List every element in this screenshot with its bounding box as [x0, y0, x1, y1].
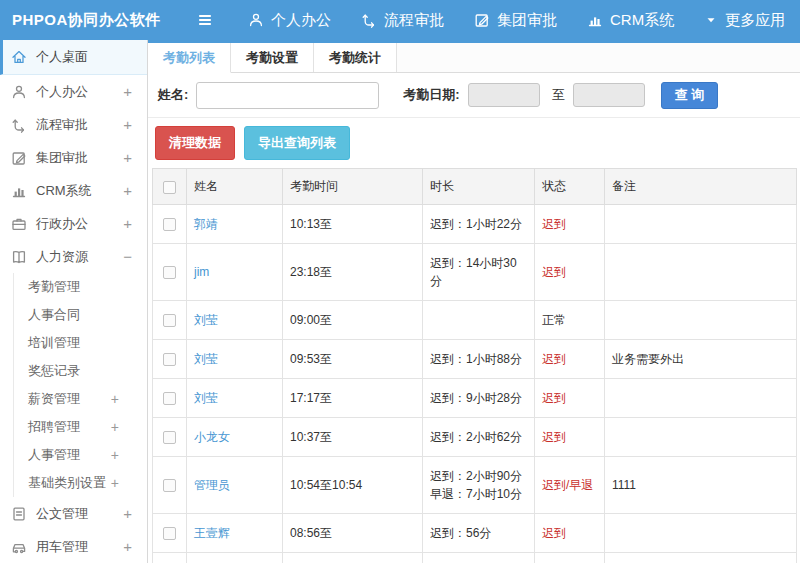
table-row: 刘莹 09:53至 迟到：1小时88分 迟到 业务需要外出	[153, 340, 797, 379]
tab-考勤列表[interactable]: 考勤列表	[148, 43, 231, 73]
employee-name-link[interactable]: 郭靖	[194, 217, 218, 231]
sidebar: 个人桌面 个人办公 + 流程审批 + 集团审批 + CRM系统 + 行政办公 +…	[0, 40, 148, 563]
export-list-button[interactable]: 导出查询列表	[244, 126, 350, 160]
employee-name-link[interactable]: 刘莹	[194, 313, 218, 327]
note-text	[605, 244, 797, 301]
select-all-checkbox[interactable]	[163, 181, 176, 194]
topnav-item-集团审批[interactable]: 集团审批	[474, 11, 557, 30]
row-checkbox[interactable]	[163, 479, 176, 492]
tab-考勤设置[interactable]: 考勤设置	[231, 43, 314, 72]
attendance-time: 09:00至	[283, 301, 423, 340]
document-icon	[11, 506, 27, 522]
name-filter-input[interactable]	[196, 82, 379, 109]
sidebar-item-个人桌面[interactable]: 个人桌面	[0, 40, 147, 75]
note-text: 业务需要外出	[605, 340, 797, 379]
sidebar-subitem-薪资管理[interactable]: 薪资管理 +	[14, 385, 147, 413]
sidebar-subitem-人事合同[interactable]: 人事合同	[14, 301, 147, 329]
sidebar-submenu: 考勤管理 人事合同 培训管理 奖惩记录 薪资管理 + 招聘管理 + 人事管理 +…	[13, 273, 147, 497]
expand-sign: +	[111, 391, 119, 407]
briefcase-icon	[11, 216, 27, 232]
col-header-duration: 时长	[423, 169, 535, 205]
sidebar-item-用车管理[interactable]: 用车管理 +	[0, 530, 147, 563]
topnav-label: 更多应用	[725, 11, 785, 30]
search-button[interactable]: 查 询	[661, 82, 719, 109]
topnav-item-流程审批[interactable]: 流程审批	[361, 11, 444, 30]
sidebar-item-个人办公[interactable]: 个人办公 +	[0, 75, 147, 108]
duration: 迟到：2小时90分早退：7小时10分	[423, 457, 535, 514]
topnav-label: 个人办公	[271, 11, 331, 30]
top-nav: 个人办公 流程审批 集团审批 CRM系统 更多应用	[248, 11, 785, 30]
name-filter-label: 姓名:	[158, 86, 188, 104]
main-content: 考勤列表考勤设置考勤统计 姓名: 考勤日期: 至 查 询 清理数据 导出查询列表…	[148, 40, 800, 563]
person-icon	[248, 12, 264, 28]
row-checkbox[interactable]	[163, 314, 176, 327]
status-text: 迟到	[535, 205, 605, 244]
sidebar-subitem-考勤管理[interactable]: 考勤管理	[14, 273, 147, 301]
expand-sign: +	[123, 538, 132, 555]
topnav-item-个人办公[interactable]: 个人办公	[248, 11, 331, 30]
table-row: 刘莹 17:17至 迟到：9小时28分 迟到	[153, 379, 797, 418]
tab-考勤统计[interactable]: 考勤统计	[314, 43, 397, 72]
sidebar-subitem-招聘管理[interactable]: 招聘管理 +	[14, 413, 147, 441]
attendance-time: 10:37至	[283, 418, 423, 457]
sidebar-subitem-基础类别设置[interactable]: 基础类别设置 +	[14, 469, 147, 497]
sidebar-subitem-人事管理[interactable]: 人事管理 +	[14, 441, 147, 469]
note-text	[605, 553, 797, 563]
book-icon	[11, 249, 27, 265]
duration-line: 迟到：14小时30	[430, 254, 527, 272]
employee-name-link[interactable]: 刘莹	[194, 352, 218, 366]
sidebar-item-流程审批[interactable]: 流程审批 +	[0, 108, 147, 141]
flow-icon	[11, 117, 27, 133]
row-checkbox[interactable]	[163, 392, 176, 405]
car-icon	[11, 539, 27, 555]
col-header-name: 姓名	[187, 169, 283, 205]
duration: 迟到：5小时33分早退：4小时67分	[423, 553, 535, 563]
select-all-cell	[153, 169, 187, 205]
col-header-note: 备注	[605, 169, 797, 205]
employee-name-link[interactable]: 王壹辉	[194, 526, 230, 540]
chart-icon	[11, 183, 27, 199]
row-checkbox[interactable]	[163, 266, 176, 279]
collapse-sign: −	[123, 248, 132, 265]
sidebar-item-集团审批[interactable]: 集团审批 +	[0, 141, 147, 174]
topnav-label: 流程审批	[384, 11, 444, 30]
sidebar-item-人力资源[interactable]: 人力资源 −	[0, 240, 147, 273]
col-header-status: 状态	[535, 169, 605, 205]
duration-line: 迟到：2小时62分	[430, 428, 527, 446]
employee-name-link[interactable]: 管理员	[194, 478, 230, 492]
employee-name-link[interactable]: 刘莹	[194, 391, 218, 405]
date-from-input[interactable]	[468, 83, 540, 107]
status-text: 迟到	[535, 340, 605, 379]
clear-data-button[interactable]: 清理数据	[155, 126, 235, 160]
row-checkbox[interactable]	[163, 431, 176, 444]
home-icon	[11, 49, 27, 65]
expand-sign: +	[123, 505, 132, 522]
topnav-item-更多应用[interactable]: 更多应用	[704, 11, 785, 30]
status-text: 迟到/早退	[535, 553, 605, 563]
row-checkbox[interactable]	[163, 353, 176, 366]
expand-sign: +	[111, 447, 119, 463]
topnav-item-CRM系统[interactable]: CRM系统	[587, 11, 674, 30]
employee-name-link[interactable]: 小龙女	[194, 430, 230, 444]
expand-sign: +	[111, 419, 119, 435]
hamburger-menu-icon[interactable]	[196, 11, 214, 29]
sidebar-item-行政办公[interactable]: 行政办公 +	[0, 207, 147, 240]
sidebar-item-CRM系统[interactable]: CRM系统 +	[0, 174, 147, 207]
duration-line: 迟到：2小时90分	[430, 467, 527, 485]
row-checkbox[interactable]	[163, 527, 176, 540]
date-to-input[interactable]	[573, 83, 645, 107]
status-text: 迟到	[535, 379, 605, 418]
sidebar-subitem-培训管理[interactable]: 培训管理	[14, 329, 147, 357]
filter-row: 姓名: 考勤日期: 至 查 询	[148, 73, 800, 118]
expand-sign: +	[123, 116, 132, 133]
employee-name-link[interactable]: jim	[194, 265, 209, 279]
sidebar-item-公文管理[interactable]: 公文管理 +	[0, 497, 147, 530]
sidebar-subitem-奖惩记录[interactable]: 奖惩记录	[14, 357, 147, 385]
topnav-label: 集团审批	[497, 11, 557, 30]
app-title: PHPOA协同办公软件	[0, 11, 148, 30]
status-text: 迟到/早退	[535, 457, 605, 514]
flow-icon	[361, 12, 377, 28]
row-checkbox[interactable]	[163, 218, 176, 231]
chart-icon	[587, 12, 603, 28]
duration: 迟到：56分	[423, 514, 535, 553]
